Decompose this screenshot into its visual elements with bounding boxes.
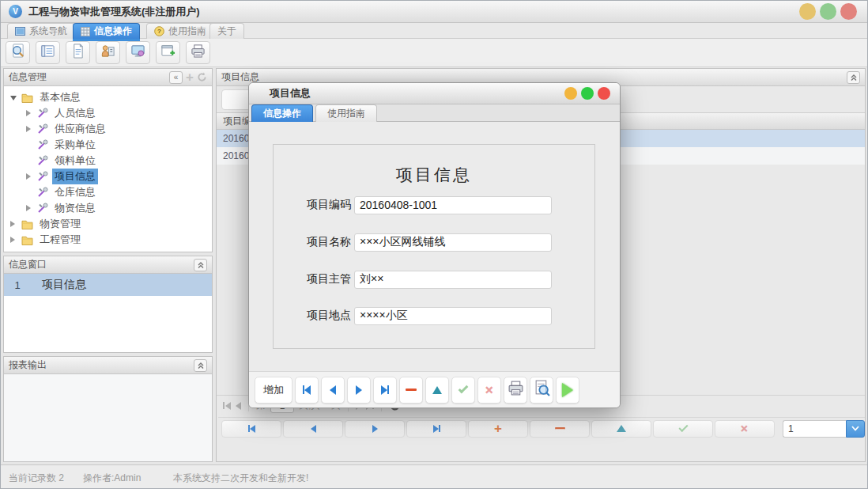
collapsed-arrow-icon[interactable] <box>26 126 34 132</box>
list-icon <box>40 44 55 62</box>
x-icon: + <box>480 381 499 400</box>
tree-item-project-management[interactable]: 工程管理 <box>4 232 212 248</box>
tree-item-material-request-unit[interactable]: 领料单位 <box>4 153 212 169</box>
tab-about[interactable]: 关于 <box>209 23 244 39</box>
add-button[interactable]: 增加 <box>255 377 292 404</box>
confirm-button[interactable] <box>653 420 713 438</box>
info-window-list-item[interactable]: 1 项目信息 <box>4 274 212 296</box>
edit-record-button[interactable] <box>591 420 651 438</box>
info-window-header: 信息窗口 <box>4 256 212 274</box>
dialog-close-button[interactable] <box>598 87 610 100</box>
monitor-button[interactable] <box>126 41 150 64</box>
info-management-panel: 信息管理 « + 基本信息 人员信息 供应商信息 <box>3 68 213 252</box>
delete-record-button[interactable] <box>399 377 423 404</box>
collapsed-arrow-icon[interactable] <box>26 173 34 180</box>
first-record-button[interactable] <box>221 420 281 438</box>
dialog-tab-user-guide[interactable]: 使用指南 <box>315 104 377 122</box>
project-code-input[interactable] <box>354 196 552 214</box>
cancel-button[interactable]: + <box>477 377 501 404</box>
chevron-down-icon[interactable] <box>846 420 865 438</box>
last-record-button[interactable] <box>373 377 397 404</box>
save-button[interactable] <box>451 377 475 404</box>
dialog-title-bar[interactable]: 项目信息 <box>249 83 620 104</box>
print-preview-button[interactable] <box>530 377 553 404</box>
record-count-status: 当前记录数 2 <box>9 472 64 485</box>
list-item-label: 项目信息 <box>31 278 86 292</box>
close-button[interactable] <box>840 3 857 20</box>
tab-label: 信息操作 <box>94 25 132 38</box>
collapse-left-button[interactable]: « <box>169 71 183 84</box>
collapsed-arrow-icon[interactable] <box>10 221 18 227</box>
print-button[interactable] <box>504 377 527 404</box>
cancel-button[interactable]: + <box>715 420 775 438</box>
report-output-header: 报表输出 <box>4 357 212 374</box>
run-button[interactable] <box>556 377 579 404</box>
dialog-maximize-button[interactable] <box>581 87 594 100</box>
collapse-up-button[interactable] <box>194 359 207 372</box>
tab-system-nav[interactable]: 系统导航 <box>7 23 75 39</box>
tab-user-guide[interactable]: ? 使用指南 <box>146 23 214 39</box>
tree-item-purchase-unit[interactable]: 采购单位 <box>4 137 212 153</box>
window-controls <box>799 3 857 20</box>
project-name-input[interactable] <box>354 233 552 252</box>
list-button[interactable] <box>36 41 60 64</box>
document-button[interactable] <box>66 41 90 64</box>
grid-tab-icon <box>81 27 90 36</box>
tool-icon <box>37 108 48 119</box>
add-icon[interactable]: + <box>186 70 194 84</box>
tree-item-project-info[interactable]: 项目信息 <box>4 169 212 184</box>
printer-button[interactable] <box>186 41 210 64</box>
collapse-up-button[interactable] <box>194 259 207 271</box>
tree-item-warehouse-info[interactable]: 仓库信息 <box>4 184 212 200</box>
tree-item-personnel-info[interactable]: 人员信息 <box>4 105 212 121</box>
user-report-button[interactable] <box>96 41 120 64</box>
tree-item-supplier-info[interactable]: 供应商信息 <box>4 121 212 137</box>
refresh-icon[interactable] <box>197 72 207 82</box>
collapse-up-button[interactable] <box>847 71 860 84</box>
pager-prev-icon[interactable] <box>236 402 241 410</box>
monitor-tab-icon <box>15 27 25 36</box>
print-preview-icon <box>534 380 550 400</box>
pager-first-icon[interactable] <box>223 402 231 410</box>
collapsed-arrow-icon[interactable] <box>26 205 34 211</box>
tree-item-material-management[interactable]: 物资管理 <box>4 216 212 232</box>
combo-value-input[interactable] <box>783 420 846 438</box>
record-action-bar: + + <box>218 417 865 439</box>
field-label: 项目编码 <box>274 198 351 212</box>
panel-title: 信息窗口 <box>9 258 191 271</box>
collapsed-arrow-icon[interactable] <box>26 110 34 116</box>
first-record-button[interactable] <box>295 377 319 404</box>
edit-record-button[interactable] <box>425 377 449 404</box>
project-location-input[interactable] <box>354 307 552 325</box>
dialog-window-controls <box>564 87 610 100</box>
delete-record-button[interactable] <box>530 420 590 438</box>
status-bar: 当前记录数 2 操作者:Admin 本系统支持二次开发和全新开发! <box>1 464 867 488</box>
prev-record-button[interactable] <box>283 420 343 438</box>
page-size-combo[interactable] <box>783 420 865 438</box>
form-heading: 项目信息 <box>274 164 594 186</box>
next-record-button[interactable] <box>347 377 371 404</box>
project-info-dialog: 项目信息 信息操作 使用指南 项目信息 项目编码 <box>248 82 621 408</box>
search-preview-button[interactable] <box>6 41 30 64</box>
window-add-button[interactable] <box>156 41 180 64</box>
tree-item-basic-info[interactable]: 基本信息 <box>4 89 212 105</box>
expanded-arrow-icon[interactable] <box>10 94 18 100</box>
collapsed-arrow-icon[interactable] <box>10 237 18 243</box>
dialog-minimize-button[interactable] <box>564 87 577 100</box>
project-manager-input[interactable] <box>354 271 552 289</box>
maximize-button[interactable] <box>820 3 836 20</box>
next-record-button[interactable] <box>345 420 405 438</box>
system-message: 本系统支持二次开发和全新开发! <box>173 472 308 485</box>
add-record-button[interactable]: + <box>468 420 528 438</box>
form-row-project-manager: 项目主管 <box>274 270 594 289</box>
minimize-button[interactable] <box>799 3 816 20</box>
dialog-tab-info-operation[interactable]: 信息操作 <box>251 104 313 122</box>
tab-info-operation[interactable]: 信息操作 <box>73 23 140 39</box>
form-row-project-name: 项目名称 <box>274 233 594 252</box>
last-record-button[interactable] <box>406 420 466 438</box>
folder-icon <box>21 93 33 103</box>
project-form-fieldset: 项目信息 项目编码 项目名称 项目主管 项目地点 <box>273 144 595 349</box>
prev-record-button[interactable] <box>321 377 345 404</box>
tree-item-material-info[interactable]: 物资信息 <box>4 200 212 216</box>
tab-label: 使用指南 <box>168 25 206 38</box>
